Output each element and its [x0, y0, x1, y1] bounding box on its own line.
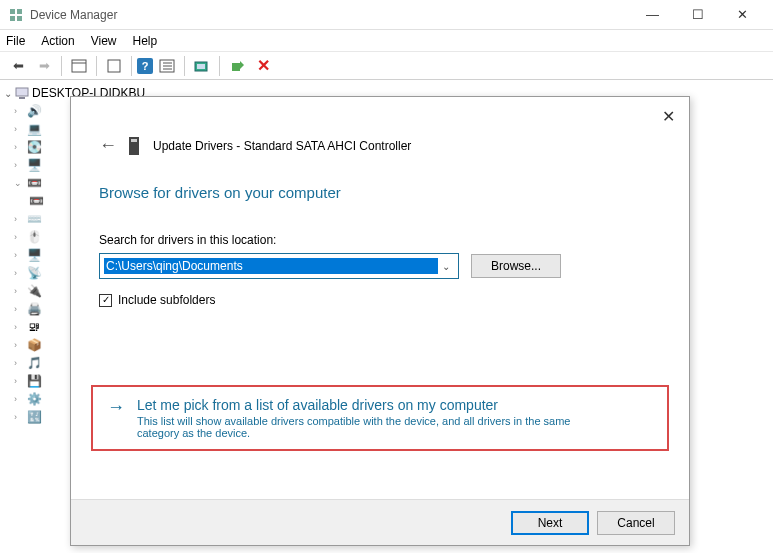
- window-title: Device Manager: [30, 8, 630, 22]
- update-driver-icon[interactable]: [225, 54, 249, 78]
- tree-item[interactable]: ›💻: [2, 120, 58, 138]
- dialog-title: Browse for drivers on your computer: [71, 166, 689, 209]
- search-location-label: Search for drivers in this location:: [99, 233, 661, 247]
- menu-view[interactable]: View: [91, 34, 117, 48]
- help-icon[interactable]: ?: [137, 58, 153, 74]
- cancel-button[interactable]: Cancel: [597, 511, 675, 535]
- svg-rect-18: [131, 139, 137, 142]
- tree-item[interactable]: ›📦: [2, 336, 58, 354]
- app-icon: [8, 7, 24, 23]
- software-device-icon: 📦: [26, 337, 42, 353]
- computer-icon: 💻: [26, 121, 42, 137]
- sound-icon: 🎵: [26, 355, 42, 371]
- svg-rect-13: [232, 63, 240, 71]
- pick-from-list-option[interactable]: → Let me pick from a list of available d…: [91, 385, 669, 451]
- tree-root[interactable]: ⌄ DESKTOP-LDIDKBU: [2, 84, 58, 102]
- svg-rect-1: [17, 9, 22, 14]
- pick-title: Let me pick from a list of available dri…: [137, 397, 577, 413]
- path-combobox[interactable]: C:\Users\qing\Documents ⌄: [99, 253, 459, 279]
- tree-item[interactable]: ›🔊: [2, 102, 58, 120]
- tree-item[interactable]: ›🖥️: [2, 156, 58, 174]
- tree-item[interactable]: ›📡: [2, 264, 58, 282]
- mouse-icon: 🖱️: [26, 229, 42, 245]
- next-button[interactable]: Next: [511, 511, 589, 535]
- scan-hardware-icon[interactable]: [190, 54, 214, 78]
- properties-icon[interactable]: [102, 54, 126, 78]
- svg-rect-3: [17, 16, 22, 21]
- network-icon: 📡: [26, 265, 42, 281]
- tree-item[interactable]: ›🖥️: [2, 246, 58, 264]
- uninstall-icon[interactable]: ✕: [251, 54, 275, 78]
- menu-bar: File Action View Help: [0, 30, 773, 52]
- update-driver-dialog: ✕ ← Update Drivers - Standard SATA AHCI …: [70, 96, 690, 546]
- processor-icon: 🖳: [26, 319, 42, 335]
- tree-item[interactable]: 📼: [2, 192, 58, 210]
- menu-help[interactable]: Help: [133, 34, 158, 48]
- include-subfolders-label: Include subfolders: [118, 293, 215, 307]
- tree-item[interactable]: ›🖳: [2, 318, 58, 336]
- details-icon[interactable]: [155, 54, 179, 78]
- back-icon[interactable]: ⬅: [6, 54, 30, 78]
- browse-button[interactable]: Browse...: [471, 254, 561, 278]
- svg-rect-16: [19, 97, 25, 99]
- tree-item[interactable]: ›🔣: [2, 408, 58, 426]
- computer-icon: [15, 85, 29, 101]
- controller-icon: 📼: [28, 193, 44, 209]
- dialog-back-button[interactable]: ←: [99, 135, 117, 156]
- display-icon: 🖥️: [26, 157, 42, 173]
- audio-icon: 🔊: [26, 103, 42, 119]
- maximize-button[interactable]: ☐: [675, 0, 720, 30]
- menu-file[interactable]: File: [6, 34, 25, 48]
- storage-icon: 💾: [26, 373, 42, 389]
- toolbar: ⬅ ➡ ? ✕: [0, 52, 773, 80]
- svg-rect-12: [197, 64, 205, 69]
- tree-item[interactable]: ›🖱️: [2, 228, 58, 246]
- svg-rect-15: [16, 88, 28, 96]
- tree-item[interactable]: ⌄📼: [2, 174, 58, 192]
- print-queue-icon: 🖨️: [26, 301, 42, 317]
- monitor-icon: 🖥️: [26, 247, 42, 263]
- svg-rect-0: [10, 9, 15, 14]
- usb-icon: 🔣: [26, 409, 42, 425]
- path-value: C:\Users\qing\Documents: [104, 258, 438, 274]
- svg-rect-6: [108, 60, 120, 72]
- tree-item[interactable]: ›🖨️: [2, 300, 58, 318]
- tree-item[interactable]: ›💽: [2, 138, 58, 156]
- include-subfolders-checkbox[interactable]: ✓: [99, 294, 112, 307]
- chevron-down-icon[interactable]: ⌄: [438, 261, 454, 272]
- keyboard-icon: ⌨️: [26, 211, 42, 227]
- tree-item[interactable]: ›🎵: [2, 354, 58, 372]
- title-bar: Device Manager — ☐ ✕: [0, 0, 773, 30]
- close-button[interactable]: ✕: [720, 0, 765, 30]
- dialog-close-button[interactable]: ✕: [662, 107, 675, 126]
- tree-item[interactable]: ›💾: [2, 372, 58, 390]
- arrow-right-icon: →: [107, 397, 125, 439]
- forward-icon[interactable]: ➡: [32, 54, 56, 78]
- dialog-header: Update Drivers - Standard SATA AHCI Cont…: [153, 139, 411, 153]
- show-hidden-icon[interactable]: [67, 54, 91, 78]
- svg-rect-4: [72, 60, 86, 72]
- port-icon: 🔌: [26, 283, 42, 299]
- system-device-icon: ⚙️: [26, 391, 42, 407]
- pick-description: This list will show available drivers co…: [137, 415, 577, 439]
- storage-controller-icon: 📼: [26, 175, 42, 191]
- menu-action[interactable]: Action: [41, 34, 74, 48]
- tree-item[interactable]: ›⚙️: [2, 390, 58, 408]
- svg-rect-2: [10, 16, 15, 21]
- tree-item[interactable]: ›🔌: [2, 282, 58, 300]
- svg-marker-14: [240, 61, 244, 69]
- minimize-button[interactable]: —: [630, 0, 675, 30]
- dialog-footer: Next Cancel: [71, 499, 689, 545]
- disk-icon: 💽: [26, 139, 42, 155]
- driver-icon: [127, 136, 143, 156]
- tree-item[interactable]: ›⌨️: [2, 210, 58, 228]
- device-tree[interactable]: ⌄ DESKTOP-LDIDKBU ›🔊 ›💻 ›💽 ›🖥️ ⌄📼 📼 ›⌨️ …: [0, 80, 60, 553]
